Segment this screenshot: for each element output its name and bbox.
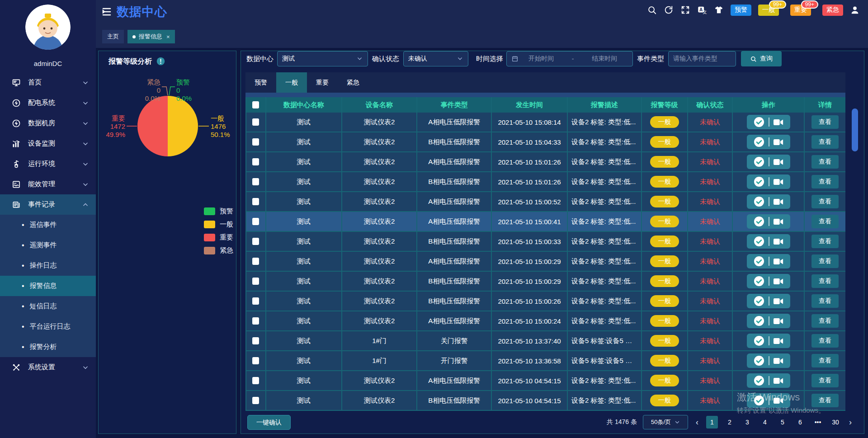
page-5[interactable]: 5 [777, 416, 788, 429]
view-detail-button[interactable]: 查看 [811, 195, 839, 208]
row-checkbox[interactable] [252, 258, 259, 265]
next-page-button[interactable]: › [847, 418, 854, 427]
confirm-check-icon[interactable] [754, 196, 764, 207]
row-checkbox[interactable] [252, 178, 259, 185]
table-row-1[interactable]: 测试测试仪表2B相电压低限报警2021-05-10 15:04:33设备2 标签… [246, 132, 845, 152]
user-avatar[interactable] [25, 5, 71, 50]
legend-item-1[interactable]: 一般 [204, 218, 233, 231]
legend-item-3[interactable]: 紧急 [204, 244, 233, 257]
confirm-check-icon[interactable] [754, 137, 764, 147]
row-checkbox[interactable] [252, 278, 259, 285]
refresh-icon[interactable] [664, 5, 674, 15]
sidebar-item-4[interactable]: 运行环境 [0, 154, 96, 174]
camera-icon[interactable] [774, 358, 783, 364]
row-checkbox[interactable] [252, 297, 259, 305]
view-detail-button[interactable]: 查看 [811, 354, 839, 367]
table-row-4[interactable]: 测试测试仪表2A相电压低限报警2021-05-10 15:00:52设备2 标签… [246, 192, 845, 212]
camera-icon[interactable] [774, 338, 783, 344]
search-button[interactable]: 查询 [741, 51, 782, 66]
theme-icon[interactable] [714, 5, 724, 15]
confirm-check-icon[interactable] [754, 216, 764, 227]
confirm-check-icon[interactable] [754, 335, 764, 346]
confirm-all-button[interactable]: 一键确认 [247, 415, 291, 430]
camera-icon[interactable] [774, 318, 783, 325]
submenu-item-6[interactable]: •报警分析 [0, 337, 96, 357]
confirm-check-icon[interactable] [754, 176, 764, 187]
info-icon[interactable] [156, 57, 165, 66]
view-detail-button[interactable]: 查看 [811, 115, 839, 129]
status-tab-2[interactable]: 重要 [307, 72, 338, 93]
row-checkbox[interactable] [252, 198, 259, 205]
alarm-badge-2[interactable]: 重要99+ [790, 5, 811, 16]
alarm-badge-1[interactable]: 一般99+ [758, 5, 779, 16]
date-range-picker[interactable]: 开始时间 - 结束时间 [506, 51, 633, 66]
row-checkbox[interactable] [252, 158, 259, 165]
confirm-check-icon[interactable] [754, 375, 764, 386]
event-type-input[interactable]: 请输入事件类型 [668, 51, 736, 66]
view-detail-button[interactable]: 查看 [811, 235, 839, 248]
alarm-badge-0[interactable]: 预警 [731, 5, 751, 16]
breadcrumb-tab-1[interactable]: 报警信息× [127, 30, 175, 43]
table-row-10[interactable]: 测试测试仪表2A相电压低限报警2021-05-10 15:00:24设备2 标签… [246, 311, 845, 331]
confirm-check-icon[interactable] [754, 117, 764, 127]
view-detail-button[interactable]: 查看 [811, 254, 839, 268]
confirm-check-icon[interactable] [754, 276, 764, 287]
view-detail-button[interactable]: 查看 [811, 334, 839, 348]
camera-icon[interactable] [774, 397, 783, 404]
select-all-checkbox[interactable] [252, 101, 259, 108]
end-date-input[interactable]: 结束时间 [592, 55, 617, 63]
camera-icon[interactable] [774, 377, 783, 384]
sidebar-item-5[interactable]: 能效管理 [0, 174, 96, 194]
close-icon[interactable]: × [166, 33, 170, 40]
page-•••[interactable]: ••• [812, 416, 824, 429]
camera-icon[interactable] [774, 159, 783, 165]
submenu-item-2[interactable]: •操作日志 [0, 255, 96, 276]
page-30[interactable]: 30 [830, 416, 841, 429]
table-row-14[interactable]: 测试测试仪表2B相电压低限报警2021-05-10 04:54:15设备2 标签… [246, 391, 845, 411]
sidebar-item-1[interactable]: 配电系统 [0, 93, 96, 113]
page-3[interactable]: 3 [741, 416, 753, 429]
view-detail-button[interactable]: 查看 [811, 215, 839, 228]
sidebar-item-6[interactable]: 事件记录 [0, 194, 96, 215]
legend-item-2[interactable]: 重要 [204, 231, 233, 244]
menu-icon[interactable] [101, 6, 112, 17]
confirm-check-icon[interactable] [754, 395, 764, 406]
table-row-13[interactable]: 测试测试仪表2A相电压低限报警2021-05-10 04:54:15设备2 标签… [246, 371, 845, 391]
confirm-select[interactable]: 未确认 [403, 51, 468, 66]
view-detail-button[interactable]: 查看 [811, 294, 839, 308]
confirm-check-icon[interactable] [754, 236, 764, 247]
view-detail-button[interactable]: 查看 [811, 175, 839, 188]
confirm-check-icon[interactable] [754, 156, 764, 167]
row-checkbox[interactable] [252, 397, 259, 404]
row-checkbox[interactable] [252, 238, 259, 245]
alarm-badge-3[interactable]: 紧急 [822, 5, 843, 16]
row-checkbox[interactable] [252, 218, 259, 225]
table-row-12[interactable]: 测试1#门开门报警2021-05-10 13:36:58设备5 标签:设备5 类… [246, 351, 845, 371]
row-checkbox[interactable] [252, 138, 259, 146]
row-checkbox[interactable] [252, 317, 259, 325]
sidebar-item-3[interactable]: 设备监测 [0, 133, 96, 154]
page-1[interactable]: 1 [706, 416, 718, 429]
table-row-5[interactable]: 测试测试仪表2A相电压低限报警2021-05-10 15:00:41设备2 标签… [246, 212, 845, 232]
breadcrumb-tab-0[interactable]: 主页 [102, 30, 124, 43]
camera-icon[interactable] [774, 278, 783, 285]
translate-icon[interactable]: A文 [697, 5, 707, 15]
view-detail-button[interactable]: 查看 [811, 274, 839, 288]
submenu-item-1[interactable]: •遥测事件 [0, 235, 96, 255]
user-icon[interactable] [850, 5, 860, 15]
dc-select[interactable]: 测试 [277, 51, 368, 66]
camera-icon[interactable] [774, 139, 783, 146]
confirm-check-icon[interactable] [754, 316, 764, 326]
fullscreen-icon[interactable] [680, 5, 690, 15]
page-size-select[interactable]: 50条/页 [643, 415, 688, 429]
sidebar-item-2[interactable]: 数据机房 [0, 113, 96, 133]
submenu-item-0[interactable]: •遥信事件 [0, 215, 96, 235]
view-detail-button[interactable]: 查看 [811, 135, 839, 149]
start-date-input[interactable]: 开始时间 [528, 55, 554, 63]
page-4[interactable]: 4 [759, 416, 771, 429]
row-checkbox[interactable] [252, 377, 259, 384]
page-6[interactable]: 6 [794, 416, 806, 429]
table-row-8[interactable]: 测试测试仪表2B相电压低限报警2021-05-10 15:00:29设备2 标签… [246, 272, 845, 292]
submenu-item-3[interactable]: •报警信息 [0, 276, 96, 296]
table-top-scroll-track[interactable] [245, 93, 845, 97]
